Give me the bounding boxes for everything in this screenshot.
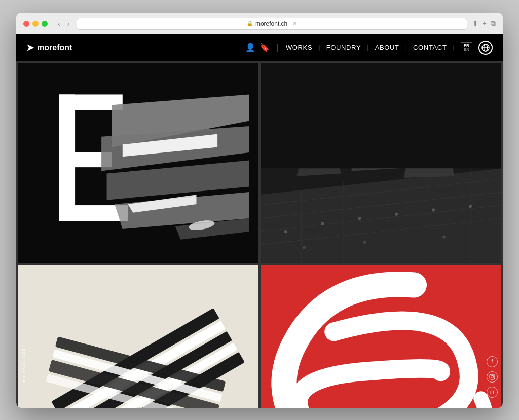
- lang-switcher[interactable]: FR EN: [461, 42, 472, 53]
- linkedin-icon[interactable]: in: [487, 387, 498, 398]
- instagram-icon[interactable]: [487, 371, 498, 383]
- nav-sep-4: |: [453, 44, 454, 51]
- facebook-icon[interactable]: f: [487, 356, 498, 367]
- logo-text: morefont: [37, 43, 72, 52]
- new-tab-icon[interactable]: +: [483, 19, 487, 28]
- globe-svg: [481, 43, 490, 52]
- tabs-icon[interactable]: ⧉: [491, 19, 496, 28]
- svg-point-43: [363, 240, 366, 243]
- globe-icon[interactable]: [478, 41, 493, 55]
- svg-point-59: [493, 375, 494, 375]
- nav-about[interactable]: ABOUT: [369, 44, 405, 51]
- cell-4-artwork: [261, 265, 501, 407]
- browser-actions: ⬆ + ⧉: [472, 19, 496, 28]
- social-icons: f in: [487, 356, 498, 398]
- grid-cell-2[interactable]: [261, 63, 501, 263]
- site-header: ➤ morefont 👤 🔖 | WORKS | FOUNDRY | ABOUT…: [16, 34, 503, 61]
- header-icons: 👤 🔖: [245, 43, 270, 52]
- cell-2-artwork: [261, 63, 501, 263]
- svg-point-36: [284, 230, 287, 233]
- share-icon[interactable]: ⬆: [472, 19, 478, 28]
- svg-rect-45: [261, 63, 501, 168]
- svg-rect-57: [490, 374, 495, 379]
- logo-arrow-icon: ➤: [26, 42, 34, 53]
- traffic-light-close[interactable]: [23, 21, 29, 27]
- cell-1-artwork: [18, 63, 258, 263]
- svg-point-41: [469, 205, 472, 208]
- svg-point-40: [432, 208, 435, 211]
- browser-nav: ‹ ›: [56, 19, 71, 29]
- address-bar[interactable]: 🔒 morefont.ch ✕: [77, 18, 467, 30]
- traffic-light-minimize[interactable]: [32, 21, 39, 27]
- nav-works[interactable]: WORKS: [280, 44, 318, 51]
- lock-icon: 🔒: [247, 21, 253, 26]
- nav-divider-1: |: [277, 43, 279, 52]
- lang-en: EN: [464, 48, 469, 52]
- site-content: ➤ morefont 👤 🔖 | WORKS | FOUNDRY | ABOUT…: [16, 34, 503, 408]
- grid-cell-1[interactable]: [18, 63, 258, 263]
- nav-forward-button[interactable]: ›: [65, 19, 72, 29]
- logo[interactable]: ➤ morefont: [26, 42, 72, 53]
- svg-point-58: [491, 375, 494, 378]
- grid-cell-4[interactable]: [261, 265, 501, 407]
- nav-contact[interactable]: CONTACT: [407, 44, 453, 51]
- user-icon[interactable]: 👤: [245, 43, 255, 52]
- traffic-lights: [23, 21, 48, 27]
- portfolio-grid: [16, 61, 503, 408]
- traffic-light-fullscreen[interactable]: [42, 21, 48, 27]
- grid-cell-3[interactable]: [18, 265, 258, 407]
- url-text: morefont.ch: [255, 20, 287, 27]
- cell-3-artwork: [18, 265, 258, 407]
- svg-point-37: [321, 222, 324, 225]
- header-right: 👤 🔖 | WORKS | FOUNDRY | ABOUT | CONTACT …: [245, 41, 493, 55]
- nav-foundry[interactable]: FOUNDRY: [320, 44, 367, 51]
- bookmark-icon[interactable]: 🔖: [260, 43, 270, 52]
- browser-window: ‹ › 🔒 morefont.ch ✕ ⬆ + ⧉ ➤ morefont 👤 🔖: [16, 13, 503, 408]
- svg-point-44: [442, 235, 446, 238]
- close-tab-icon[interactable]: ✕: [293, 21, 297, 26]
- instagram-svg: [489, 374, 495, 380]
- nav-links: WORKS | FOUNDRY | ABOUT | CONTACT |: [280, 44, 455, 51]
- browser-chrome: ‹ › 🔒 morefont.ch ✕ ⬆ + ⧉: [16, 13, 503, 34]
- svg-point-42: [303, 246, 306, 249]
- svg-point-39: [395, 212, 398, 215]
- svg-point-38: [358, 216, 361, 219]
- nav-back-button[interactable]: ‹: [56, 19, 62, 29]
